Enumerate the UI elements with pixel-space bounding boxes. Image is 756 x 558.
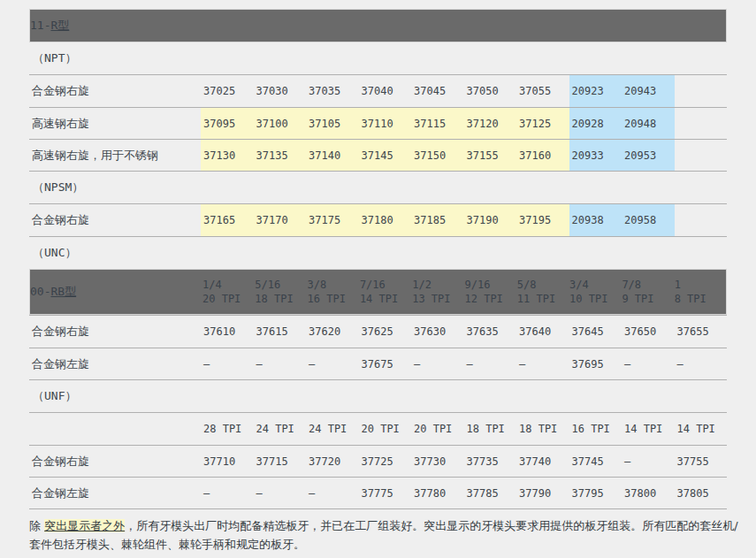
- thread-tpi: 14 TPI: [360, 292, 409, 306]
- part-number[interactable]: 37110: [359, 108, 412, 139]
- part-number[interactable]: 37135: [254, 140, 307, 171]
- table-row: 高速钢右旋37095371003710537110371153712037125…: [29, 107, 727, 139]
- thread-size-header-cell: 1/213 TPI: [409, 278, 462, 306]
- tpi-header-cell: 18 TPI: [464, 413, 517, 445]
- part-number[interactable]: 37195: [516, 204, 569, 236]
- empty-cell: [675, 108, 728, 139]
- part-number[interactable]: 37805: [675, 478, 728, 508]
- part-number[interactable]: 37745: [569, 446, 622, 477]
- part-number[interactable]: 37645: [569, 316, 622, 348]
- thread-size-header-cell: 7/1614 TPI: [357, 278, 409, 306]
- part-number[interactable]: 37720: [306, 446, 359, 477]
- thread-size: 7/16: [360, 278, 409, 292]
- thread-standard-unc-label: （UNC）: [29, 237, 727, 269]
- thread-tpi: 10 TPI: [569, 292, 619, 306]
- part-number[interactable]: 37620: [306, 316, 359, 348]
- part-number[interactable]: 37155: [464, 140, 517, 171]
- part-number[interactable]: 20953: [622, 140, 675, 171]
- part-number[interactable]: 20958: [622, 204, 675, 236]
- part-number[interactable]: 37100: [254, 108, 307, 139]
- part-number[interactable]: 37140: [306, 140, 359, 171]
- part-number[interactable]: 37795: [569, 478, 622, 508]
- part-number[interactable]: 37055: [516, 75, 569, 107]
- series-link-r-type[interactable]: R型: [50, 19, 69, 32]
- part-number[interactable]: 37170: [254, 204, 307, 236]
- part-number[interactable]: 37790: [516, 478, 569, 508]
- part-number[interactable]: 37630: [411, 316, 464, 348]
- part-number[interactable]: 20948: [622, 108, 675, 139]
- part-number[interactable]: 37650: [622, 316, 675, 348]
- tpi-header-cell: 16 TPI: [569, 413, 622, 445]
- part-number[interactable]: 37035: [306, 75, 359, 107]
- part-number[interactable]: 37145: [359, 140, 412, 171]
- thread-size-header-cell: 18 TPI: [672, 278, 724, 306]
- part-number[interactable]: 37655: [675, 316, 728, 348]
- part-number[interactable]: 37625: [359, 316, 412, 348]
- part-number[interactable]: 37785: [464, 478, 517, 508]
- part-number[interactable]: 20938: [569, 204, 622, 236]
- thread-size: 5/16: [255, 278, 304, 292]
- part-number[interactable]: 37095: [201, 108, 254, 139]
- part-number[interactable]: 37735: [464, 446, 517, 477]
- row-label: 合金钢右旋: [29, 75, 201, 107]
- tpi-header-cell: 24 TPI: [254, 413, 307, 445]
- part-number[interactable]: 37130: [201, 140, 254, 171]
- thread-size-header-cell: 3/816 TPI: [305, 278, 357, 306]
- highlight-explanation-link[interactable]: 突出显示者之外: [44, 519, 125, 532]
- part-number[interactable]: 37635: [464, 316, 517, 348]
- part-number[interactable]: 37775: [359, 478, 412, 508]
- tpi-header-cell: 14 TPI: [622, 413, 675, 445]
- series-header-rb-type: 00-RB型 1/420 TPI5/1618 TPI3/816 TPI7/161…: [29, 269, 727, 315]
- part-number[interactable]: 37640: [516, 316, 569, 348]
- part-number[interactable]: 37800: [622, 478, 675, 508]
- part-number[interactable]: 37715: [254, 446, 307, 477]
- part-number[interactable]: 37175: [306, 204, 359, 236]
- part-number[interactable]: 37615: [254, 316, 307, 348]
- part-number[interactable]: 37675: [359, 348, 412, 379]
- part-number[interactable]: 37710: [201, 446, 254, 477]
- part-number[interactable]: 37725: [359, 446, 412, 477]
- part-number[interactable]: 37025: [201, 75, 254, 107]
- part-number[interactable]: 37125: [516, 108, 569, 139]
- thread-size-header-cell: 1/420 TPI: [200, 278, 252, 306]
- part-number[interactable]: 37030: [254, 75, 307, 107]
- part-number[interactable]: 37730: [411, 446, 464, 477]
- part-number[interactable]: 20923: [569, 75, 622, 107]
- row-label: 高速钢右旋，用于不锈钢: [29, 140, 201, 171]
- part-number[interactable]: 37160: [516, 140, 569, 171]
- tpi-header-cell: 20 TPI: [411, 413, 464, 445]
- table-row: 合金钢右旋37165371703717537180371853719037195…: [29, 204, 727, 236]
- series-title-prefix: 00-: [30, 285, 50, 298]
- part-number[interactable]: 37180: [359, 204, 412, 236]
- thread-size: 9/16: [464, 278, 514, 292]
- part-number[interactable]: 37120: [464, 108, 517, 139]
- part-number[interactable]: 37040: [359, 75, 412, 107]
- part-number[interactable]: 37740: [516, 446, 569, 477]
- part-number[interactable]: 37105: [306, 108, 359, 139]
- part-number[interactable]: 20933: [569, 140, 622, 171]
- part-number[interactable]: 37190: [464, 204, 517, 236]
- part-number[interactable]: 37780: [411, 478, 464, 508]
- part-number[interactable]: 37165: [201, 204, 254, 236]
- part-number[interactable]: 37185: [411, 204, 464, 236]
- thread-size: 1/4: [202, 278, 252, 292]
- part-number[interactable]: 37050: [464, 75, 517, 107]
- part-number[interactable]: 20943: [622, 75, 675, 107]
- series-title-prefix: 11-: [30, 19, 50, 32]
- part-number[interactable]: 37115: [411, 108, 464, 139]
- no-item-dash: –: [201, 348, 254, 379]
- part-number[interactable]: 37150: [411, 140, 464, 171]
- part-number[interactable]: 20928: [569, 108, 622, 139]
- part-number[interactable]: 37755: [675, 446, 728, 477]
- thread-size-header-cell: 3/410 TPI: [567, 278, 619, 306]
- thread-size: 1/2: [412, 278, 462, 292]
- row-label: 合金钢左旋: [29, 348, 201, 379]
- no-item-dash: –: [516, 348, 569, 379]
- tpi-header-cell: 28 TPI: [201, 413, 254, 445]
- thread-tpi: 8 TPI: [675, 292, 724, 306]
- part-number[interactable]: 37695: [569, 348, 622, 379]
- row-label: 合金钢右旋: [29, 446, 201, 477]
- series-link-rb-type[interactable]: RB型: [50, 285, 76, 298]
- part-number[interactable]: 37610: [201, 316, 254, 348]
- part-number[interactable]: 37045: [411, 75, 464, 107]
